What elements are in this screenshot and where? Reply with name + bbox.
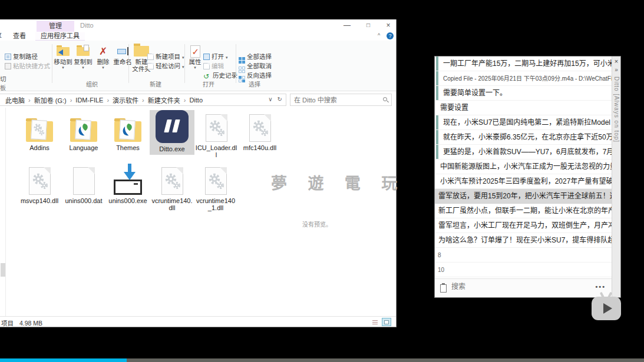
ribbon-separator: [128, 44, 129, 83]
clip-text: 雷军放话，要用15到20年，把小米汽车干进全球前五！这意味: [438, 192, 612, 200]
clip-item[interactable]: 一期工厂年产能15万，二期马上建好再加15万，可小米2025年: [435, 57, 612, 71]
clip-item[interactable]: 现在，小米SU7已是国内纯电第二，紧追特斯拉Model Y。三期: [435, 115, 612, 130]
ribbon-toolbar: 复制路径 粘贴快捷方式 切 板 移动到 ▾ 复制到 ▾ ✗ 删除 ▾ 重命名: [0, 41, 396, 91]
easy-access-button[interactable]: 轻松访问 ▾: [147, 62, 184, 70]
status-bar: 项目4.98 MB: [0, 316, 396, 327]
breadcrumb-ditto[interactable]: Ditto: [189, 97, 203, 104]
file-icu-loader-dll[interactable]: ICU_Loader.dll: [195, 110, 237, 158]
clip-item[interactable]: 10: [435, 263, 612, 277]
breadcrumb-idm-file[interactable]: IDM-FILE: [75, 97, 103, 104]
breadcrumb-drive-g[interactable]: 新加卷 (G:): [34, 95, 67, 105]
clip-list: 一期工厂年产能15万，二期马上建好再加15万，可小米2025年 Copied F…: [435, 57, 612, 278]
clip-item[interactable]: 为啥这么急？订单爆了！现在买小米SU7，提车得排队超过半年: [435, 233, 612, 248]
breadcrumb-demo-software[interactable]: 演示软件: [113, 95, 138, 105]
select-none-button[interactable]: 全部取消: [239, 62, 272, 70]
ditto-search-bar: •••: [435, 278, 612, 297]
file-ditto-exe-selected[interactable]: Ditto.exe: [150, 110, 194, 155]
file-vcruntime140-1-dll[interactable]: vcruntime140_1.dll: [194, 163, 237, 211]
video-play-button[interactable]: [592, 297, 621, 320]
file-name: Ditto.exe: [150, 145, 194, 152]
ditto-more-menu-icon[interactable]: •••: [595, 283, 606, 290]
copy-path-button[interactable]: 复制路径: [5, 52, 38, 61]
select-all-label: 全部选择: [247, 53, 272, 60]
maximize-button[interactable]: □: [360, 19, 377, 31]
clip-item-copied-file[interactable]: Copied File - 2025年06月21日 下午03点09分.m4a -…: [435, 71, 612, 86]
clip-item[interactable]: 需要设置: [435, 101, 612, 115]
file-unins000-dat[interactable]: unins000.dat: [62, 163, 105, 204]
status-items-label: 项目: [1, 320, 14, 327]
edit-label: 编辑: [212, 62, 224, 69]
breadcrumb-separator: ›: [107, 97, 109, 104]
file-addins-folder[interactable]: Addins: [18, 110, 61, 151]
edit-icon: [203, 63, 210, 69]
properties-label: 属性: [186, 58, 204, 65]
move-to-button[interactable]: 移动到 ▾: [53, 44, 73, 69]
ribbon-tab-application-tools[interactable]: 应用程序工具: [35, 32, 85, 41]
ribbon-collapse-icon[interactable]: ^: [378, 32, 380, 38]
search-input[interactable]: [290, 95, 373, 105]
ditto-search-input[interactable]: [451, 283, 581, 291]
dll-file-icon: [29, 167, 51, 195]
properties-button[interactable]: ✓ 属性 ▾: [186, 44, 204, 69]
address-dropdown-icon[interactable]: ∨: [268, 96, 272, 102]
file-themes-folder[interactable]: Themes: [107, 110, 149, 151]
open-button[interactable]: 打开 ▾: [203, 52, 227, 61]
edit-button[interactable]: 编辑: [203, 62, 224, 70]
nav-scrollbar-thumb[interactable]: [1, 263, 5, 277]
clip-item[interactable]: 新工厂虽然小点，但联手一二期，能让小米在北京的年产能直: [435, 204, 612, 218]
clip-item[interactable]: 雷军坦言，小米工厂现在开足马力，双班倒生产，月产冲到2-3: [435, 218, 612, 233]
breadcrumb-this-pc[interactable]: 此电脑: [5, 95, 25, 105]
ditto-expand-icon[interactable]: »: [612, 67, 620, 73]
address-bar[interactable]: 此电脑 › 新加卷 (G:) › IDM-FILE › 演示软件 › 新建文件夹…: [0, 94, 286, 106]
copy-to-button[interactable]: 复制到 ▾: [73, 44, 93, 69]
delete-icon: ✗: [93, 44, 113, 58]
file-msvcp140-dll[interactable]: msvcp140.dll: [18, 163, 61, 204]
clipboard-group-label-partial: 板: [0, 83, 6, 92]
thumbnail-view-toggle[interactable]: [382, 318, 391, 326]
ribbon-tab-view[interactable]: 查看: [13, 32, 26, 41]
new-item-button[interactable]: 新建项目 ▾: [147, 52, 184, 61]
copy-to-label: 复制到: [73, 58, 93, 65]
file-mfc140u-dll[interactable]: mfc140u.dll: [239, 110, 281, 151]
ribbon-tab-manage[interactable]: 管理: [37, 21, 74, 32]
clip-item[interactable]: 8: [435, 248, 612, 263]
breadcrumb-new-folder[interactable]: 新建文件夹: [148, 95, 180, 105]
file-name: unins000.exe: [107, 197, 149, 204]
search-box[interactable]: [290, 94, 392, 106]
clip-text: 10: [438, 267, 444, 273]
select-all-button[interactable]: 全部选择: [239, 52, 272, 61]
delete-caret-icon: ▾: [93, 65, 113, 69]
ditto-close-icon[interactable]: ×: [612, 58, 620, 65]
video-progress-bar[interactable]: [0, 358, 644, 362]
file-unins000-exe[interactable]: unins000.exe: [107, 163, 149, 204]
clip-item[interactable]: 就在昨天，小米豪掷6.35亿元，在北京亦庄拿下近50万平米的: [435, 130, 612, 145]
clip-item[interactable]: 小米汽车预计2025年三四季度盈利，2027年产量有望破百万，: [435, 174, 612, 189]
minimize-button[interactable]: —: [339, 19, 355, 31]
close-button[interactable]: ×: [380, 19, 397, 31]
paste-shortcut-label: 粘贴快捷方式: [13, 62, 50, 69]
history-button[interactable]: ↺ 历史记录: [203, 71, 237, 79]
folder-icon: [114, 121, 141, 142]
refresh-icon[interactable]: ↻: [278, 96, 282, 102]
paste-shortcut-button[interactable]: 粘贴快捷方式: [5, 62, 50, 70]
delete-button[interactable]: ✗ 删除 ▾: [93, 44, 113, 69]
ribbon-tab-share-partial[interactable]: 享: [0, 32, 2, 41]
clip-text: 雷军坦言，小米工厂现在开足马力，双班倒生产，月产冲到2-3: [438, 221, 612, 230]
dat-file-icon: [73, 167, 95, 195]
clip-item[interactable]: 需要简单设置一下。: [435, 86, 612, 101]
invert-selection-label: 反向选择: [247, 72, 272, 79]
clip-item[interactable]: 中国新能源版图上，小米汽车正成为一股无法忽视的力量。: [435, 160, 612, 174]
clip-item-selected[interactable]: 雷军放话，要用15到20年，把小米汽车干进全球前五！这意味: [435, 189, 612, 204]
select-none-label: 全部取消: [247, 62, 272, 69]
breadcrumb-separator: ›: [28, 97, 31, 104]
file-vcruntime140-dll[interactable]: vcruntime140.dll: [151, 163, 193, 211]
details-view-toggle[interactable]: [370, 318, 379, 326]
invert-selection-button[interactable]: 反向选择: [239, 71, 272, 79]
file-language-folder[interactable]: Language: [62, 110, 105, 151]
file-name: unins000.dat: [62, 197, 105, 204]
help-icon[interactable]: ?: [387, 32, 394, 39]
clip-text: 现在，小米SU7已是国内纯电第二，紧追特斯拉Model Y。三期: [443, 118, 612, 127]
ditto-vertical-titlebar[interactable]: × » Ditto [Always on top]: [612, 57, 620, 297]
ribbon-separator: [184, 44, 185, 83]
clip-item[interactable]: 更猛的是，小米首款SUV——YU7，6月底就发布，7月就交车。: [435, 145, 612, 160]
